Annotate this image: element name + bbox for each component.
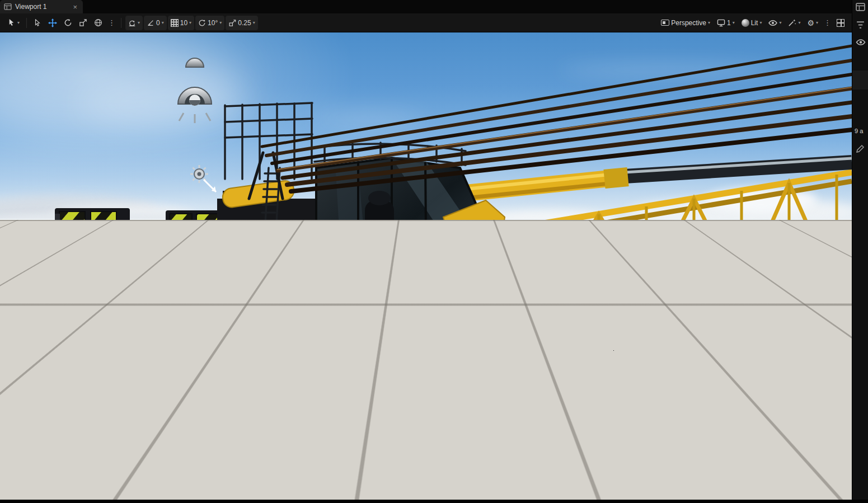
scale-snap-control[interactable]: 0.25 ▾ (226, 16, 257, 30)
rotate-tool-icon (64, 18, 72, 27)
sky-light-sprite[interactable] (178, 87, 212, 123)
chevron-down-icon: ▾ (816, 21, 818, 25)
move-tool-icon (48, 18, 57, 27)
viewport-canvas[interactable]: Z x y (0, 32, 852, 500)
panel-table-icon[interactable] (856, 3, 865, 11)
toolbar-separator (26, 18, 27, 28)
edit-pencil-icon[interactable] (856, 144, 865, 153)
eye-icon (768, 19, 777, 27)
chevron-down-icon: ▾ (17, 21, 20, 25)
screen-percentage-dropdown[interactable]: 1 ▾ (714, 16, 738, 30)
perspective-icon (661, 20, 669, 26)
axis-gizmo: Z x y (18, 452, 41, 488)
view-mode-label: Lit (751, 19, 758, 27)
scale-snap-icon (228, 19, 236, 27)
tab-title: Viewport 1 (15, 3, 68, 11)
bottom-strip (0, 500, 868, 503)
filter-icon[interactable] (856, 21, 865, 29)
show-flags-dropdown[interactable]: ▾ (766, 16, 784, 30)
visibility-eye-icon[interactable] (856, 38, 866, 46)
chevron-down-icon: ▾ (162, 21, 164, 25)
surface-snap-icon (128, 19, 136, 27)
scale-tool-button[interactable] (76, 16, 90, 30)
surface-snap-dropdown[interactable]: ▾ (125, 16, 143, 30)
grid-snap-control[interactable]: 10 ▾ (168, 16, 194, 30)
screen-percentage-value: 1 (727, 19, 731, 27)
actor-snap-value: 0 (156, 19, 160, 27)
chevron-down-icon: ▾ (759, 21, 762, 25)
rotation-snap-value: 10° (208, 19, 218, 27)
rail-panel-block[interactable] (852, 70, 868, 90)
axis-x-label: x (38, 475, 41, 482)
boom-counter-plate[interactable] (677, 255, 736, 321)
scale-tool-icon (79, 18, 87, 27)
axis-y-label: y (31, 482, 34, 488)
perspective-dropdown[interactable]: Perspective ▾ (658, 16, 713, 30)
wand-icon (788, 18, 796, 27)
lit-sphere-icon (742, 19, 749, 27)
grid-snap-value: 10 (180, 19, 187, 27)
axis-z-label: Z (18, 452, 23, 460)
right-sidebar: 9 a (852, 0, 868, 503)
unreal-editor-viewport-window: Viewport 1 × ▾ ⋮ ▾ (0, 0, 868, 503)
selection-mode-dropdown[interactable]: ▾ (4, 16, 22, 30)
selection-mode-cursor-icon (7, 18, 16, 27)
quad-layout-icon (837, 19, 844, 27)
barrier-stack-left[interactable] (55, 208, 130, 305)
view-mode-dropdown[interactable]: Lit ▾ (739, 16, 765, 30)
screen-percentage-icon (717, 19, 725, 27)
tab-bar: Viewport 1 × (0, 0, 852, 13)
rotation-snap-icon (198, 19, 206, 27)
chevron-down-icon: ▾ (253, 21, 255, 25)
actor-snap-control[interactable]: 0 ▾ (144, 16, 167, 30)
select-arrow-icon (34, 19, 41, 27)
scene-3d[interactable]: Z x y (0, 32, 852, 500)
chevron-down-icon: ▾ (779, 21, 781, 25)
coordinate-system-button[interactable] (91, 16, 105, 30)
viewport-tab-icon (4, 3, 12, 10)
chevron-down-icon: ▾ (708, 21, 710, 25)
viewport-toolbar: ▾ ⋮ ▾ 0 ▾ 10 ▾ (0, 13, 852, 32)
directional-light-sprite[interactable] (190, 165, 216, 192)
viewport-settings-dropdown[interactable]: ⚙ ▾ (804, 16, 821, 30)
rotate-tool-button[interactable] (61, 16, 75, 30)
chevron-down-icon: ▾ (798, 21, 800, 25)
more-tools-icon[interactable]: ⋮ (106, 18, 117, 27)
gear-icon: ⚙ (807, 19, 814, 27)
sky-atmosphere-sprite[interactable] (186, 58, 204, 67)
move-tool-button[interactable] (45, 16, 60, 30)
grid-snap-icon (171, 19, 179, 27)
globe-icon (94, 18, 102, 27)
rotation-snap-control[interactable]: 10° ▾ (195, 16, 224, 30)
actor-snap-icon (147, 19, 154, 27)
viewport-tab[interactable]: Viewport 1 × (0, 0, 83, 13)
chevron-down-icon: ▾ (189, 21, 191, 25)
chevron-down-icon: ▾ (138, 21, 140, 25)
chevron-down-icon: ▾ (733, 21, 735, 25)
toolbar-overflow-icon[interactable]: ⋮ (822, 18, 833, 27)
toolbar-separator (121, 18, 121, 28)
perspective-label: Perspective (671, 19, 706, 27)
chevron-down-icon: ▾ (219, 21, 222, 25)
select-tool-button[interactable] (31, 16, 44, 30)
rail-partial-text[interactable]: 9 a (855, 128, 868, 134)
scale-snap-value: 0.25 (238, 19, 251, 27)
tab-close-icon[interactable]: × (72, 3, 78, 11)
layout-quad-button[interactable] (834, 16, 847, 30)
viewmode-extras-dropdown[interactable]: ▾ (785, 16, 803, 30)
